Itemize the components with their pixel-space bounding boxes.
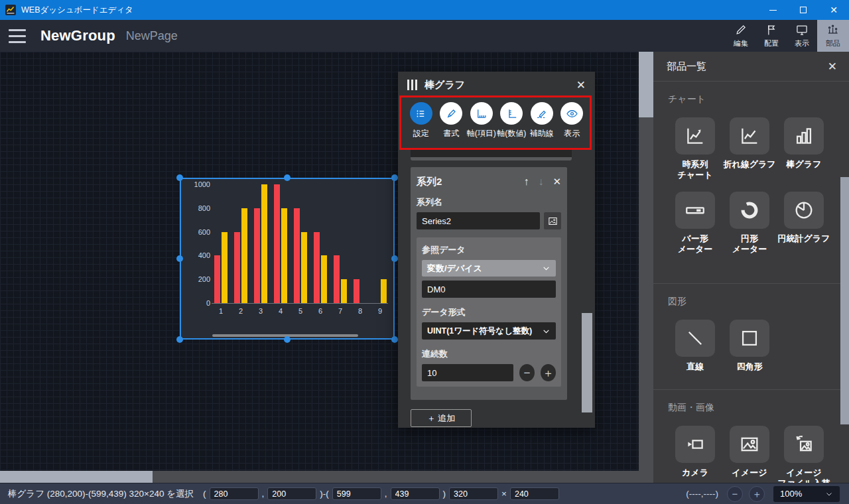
monitor-icon: [795, 23, 809, 36]
zoom-in-button[interactable]: ＋: [749, 486, 765, 502]
selection-handle[interactable]: [391, 174, 398, 181]
brush-icon: [440, 102, 462, 125]
display-button[interactable]: 表示: [787, 20, 817, 52]
canvas-horizontal-scrollbar[interactable]: [0, 471, 639, 483]
part-item-timeseries-chart[interactable]: 時系列 チャート: [668, 117, 722, 180]
y-axis-tick: 1000: [181, 180, 210, 188]
partial-input: [411, 150, 572, 157]
part-item-circle-meter[interactable]: 円形 メーター: [722, 192, 777, 254]
dialog-close-icon[interactable]: ✕: [576, 78, 586, 92]
bar-chart-widget[interactable]: 02004006008001000123456789: [181, 179, 393, 338]
chevron-down-icon: [542, 264, 551, 273]
y-axis-tick: 0: [181, 299, 210, 307]
axis-value-icon: [500, 102, 523, 125]
count-input[interactable]: [422, 364, 513, 381]
chevron-down-icon: [825, 490, 833, 498]
parts-panel: 部品一覧 ✕ チャート 時系列 チャート 折れ線グラフ: [653, 52, 849, 483]
device-input[interactable]: [422, 281, 556, 298]
chevron-down-icon: [542, 327, 551, 336]
reference-source-select[interactable]: 変数/デバイス: [422, 260, 556, 277]
move-up-icon[interactable]: ↑: [523, 176, 529, 188]
panel-close-icon[interactable]: ✕: [828, 60, 837, 74]
dialog-titlebar[interactable]: 棒グラフ ✕: [398, 72, 595, 98]
close-icon: ✕: [830, 5, 838, 15]
eye-icon: [560, 102, 583, 125]
x-axis-line: [212, 303, 388, 304]
increment-button[interactable]: ＋: [541, 364, 556, 381]
edit-button[interactable]: 編集: [726, 20, 756, 52]
selection-handle[interactable]: [176, 255, 183, 262]
maximize-icon: [800, 7, 807, 13]
part-item-line-chart[interactable]: 折れ線グラフ: [722, 117, 777, 180]
maximize-button[interactable]: [788, 0, 818, 20]
image-swap-icon: [784, 426, 824, 463]
part-item-straight-line[interactable]: 直線: [668, 320, 722, 372]
dialog-scrollbar[interactable]: [582, 313, 592, 412]
layout-button[interactable]: 配置: [756, 20, 787, 52]
bar-series1: [214, 255, 220, 303]
canvas-vertical-scrollbar[interactable]: [639, 52, 653, 483]
part-item-camera[interactable]: カメラ: [668, 426, 722, 483]
bar-series1: [354, 279, 359, 303]
series-panel: 系列2 ↑ ↓ ✕ 系列名 参照データ: [411, 167, 567, 400]
y1-input[interactable]: [267, 487, 316, 500]
tab-format[interactable]: 書式: [436, 102, 467, 150]
selection-handle[interactable]: [284, 336, 291, 343]
camera-icon: [675, 426, 715, 463]
close-button[interactable]: ✕: [818, 0, 849, 20]
height-input[interactable]: [510, 487, 559, 500]
panel-scrollbar[interactable]: [840, 177, 849, 424]
image-select-button[interactable]: [544, 212, 561, 229]
x-axis-tick: 6: [310, 307, 330, 315]
y-axis-tick: 400: [181, 251, 210, 259]
series-name-input[interactable]: [417, 212, 540, 229]
drag-handle-icon[interactable]: [407, 80, 417, 90]
tab-axis-item[interactable]: 軸(項目): [466, 102, 497, 150]
zoom-level-select[interactable]: 100%: [773, 486, 840, 502]
scrollbar-thumb[interactable]: [0, 471, 153, 483]
selection-handle[interactable]: [176, 174, 183, 181]
bar-chart-dialog: 棒グラフ ✕ 設定 書式 軸(項目): [398, 72, 595, 428]
y2-input[interactable]: [391, 487, 440, 500]
partial-previous-section: [411, 150, 572, 160]
part-item-image-swap[interactable]: イメージ ファイル入替: [777, 426, 831, 483]
decrement-button[interactable]: −: [519, 364, 535, 381]
width-input[interactable]: [449, 487, 498, 500]
scrollbar-thumb[interactable]: [639, 52, 653, 117]
reference-data-label: 参照データ: [422, 244, 556, 256]
minimize-button[interactable]: [757, 0, 788, 20]
circle-meter-icon: [730, 192, 769, 229]
tab-display[interactable]: 表示: [557, 102, 588, 150]
cursor-coords-text: (----,----): [686, 489, 718, 499]
move-down-icon[interactable]: ↓: [538, 176, 543, 188]
tab-axis-value[interactable]: 軸(数値): [497, 102, 527, 150]
tab-settings[interactable]: 設定: [406, 102, 436, 150]
zoom-out-button[interactable]: −: [727, 486, 743, 502]
parts-button[interactable]: 部品: [817, 20, 849, 52]
axis-item-icon: [470, 102, 493, 125]
selection-handle[interactable]: [176, 336, 183, 343]
part-item-pie-chart[interactable]: 円統計グラフ: [777, 192, 831, 254]
part-item-image[interactable]: イメージ: [722, 426, 777, 483]
tab-guide-line[interactable]: 補助線: [527, 102, 557, 150]
y-axis-tick: 200: [181, 275, 210, 283]
series-delete-icon[interactable]: ✕: [553, 176, 561, 188]
add-series-button[interactable]: ＋ 追加: [411, 409, 472, 427]
data-format-select[interactable]: UINT(1ワード符号なし整数): [422, 322, 556, 340]
part-item-bar-meter[interactable]: バー形 メーター: [668, 192, 722, 254]
bar-series2: [321, 255, 327, 303]
bar-series1: [314, 232, 320, 303]
x-axis-tick: 1: [211, 307, 231, 315]
bar-series2: [241, 208, 247, 303]
part-item-rectangle[interactable]: 四角形: [722, 320, 777, 372]
hamburger-menu-icon[interactable]: [9, 29, 26, 43]
bar-series2: [301, 232, 307, 303]
x1-input[interactable]: [210, 487, 259, 500]
selection-handle[interactable]: [284, 174, 291, 181]
count-label: 連続数: [422, 348, 556, 360]
selection-handle[interactable]: [391, 336, 398, 343]
part-item-bar-chart[interactable]: 棒グラフ: [777, 117, 831, 180]
x2-input[interactable]: [332, 487, 381, 500]
section-chart: チャート 時系列 チャート 折れ線グラフ: [653, 82, 849, 283]
selection-handle[interactable]: [391, 255, 398, 262]
